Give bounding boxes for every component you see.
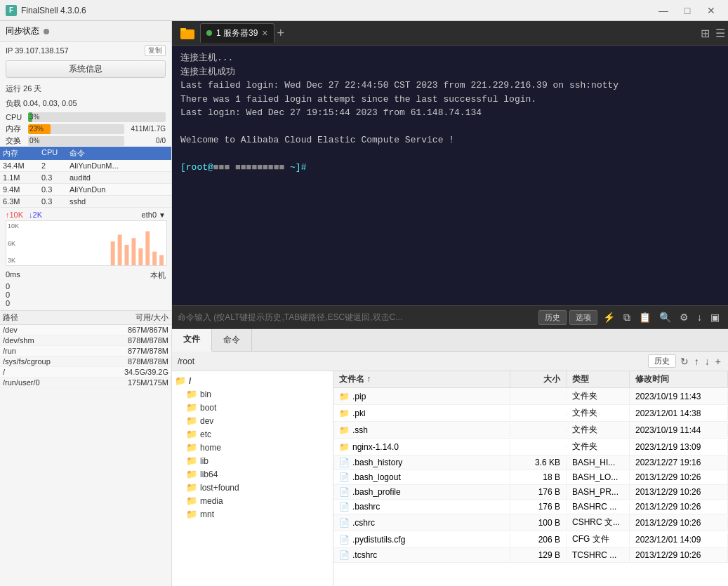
ping-header: 0ms 本机 (6, 270, 166, 281)
svg-rect-8 (180, 29, 194, 39)
search-icon[interactable]: 🔍 (656, 310, 674, 324)
mem-detail: 411M/1.7G (127, 125, 166, 133)
net-graph: 10K 6K 3K (6, 220, 167, 266)
tree-item-mnt[interactable]: 📁 mnt (172, 507, 333, 521)
folder-icon: 📁 (186, 455, 197, 466)
tree-item-home[interactable]: 📁 home (172, 441, 333, 454)
tree-item-dev[interactable]: 📁 dev (172, 414, 333, 427)
file-icon: 📄 (339, 458, 350, 467)
disk-row[interactable]: /dev 867M/867M (0, 325, 171, 335)
net-dropdown-icon[interactable]: ▼ (159, 211, 166, 219)
history-button[interactable]: 历史 (538, 310, 567, 325)
fb-file-list: 文件名 ↑ 大小 类型 修改时间 📁.pip 文件夹 2023/10/19 11… (333, 371, 728, 586)
tree-item-boot[interactable]: 📁 boot (172, 401, 333, 414)
terminal-line (180, 120, 720, 134)
ping-section: 0ms 本机 0 0 0 (0, 269, 171, 310)
file-row[interactable]: 📄.bash_history 3.6 KB BASH_HI... 2023/12… (333, 455, 728, 470)
close-button[interactable]: ✕ (700, 3, 722, 18)
download-icon[interactable]: ↓ (694, 310, 705, 324)
terminal-line: Welcome to Alibaba Cloud Elastic Compute… (180, 133, 720, 147)
swap-value: 0% (29, 137, 39, 145)
command-input[interactable] (178, 312, 536, 322)
ping-value: 0ms (6, 270, 20, 281)
tree-item-root[interactable]: 📁 / (172, 374, 333, 387)
maximize-button[interactable]: □ (676, 3, 699, 18)
add-tab-button[interactable]: + (277, 26, 285, 41)
fl-header-name[interactable]: 文件名 ↑ (333, 371, 510, 387)
swap-label: 交换 (6, 135, 25, 146)
sync-label: 同步状态 (6, 25, 39, 37)
disk-row[interactable]: /run 877M/878M (0, 346, 171, 357)
file-row[interactable]: 📄.pydistutils.cfg 206 B CFG 文件 2023/12/0… (333, 531, 728, 548)
tab-bar: 1 服务器39 × + ⊞ ☰ (172, 21, 728, 46)
tree-item-lib64[interactable]: 📁 lib64 (172, 467, 333, 481)
proc-cmd: AliYunDunM... (67, 160, 171, 171)
proc-row[interactable]: 1.1M 0.3 auditd (0, 172, 171, 184)
file-row[interactable]: 📄.bashrc 176 B BASHRC ... 2013/12/29 10:… (333, 500, 728, 514)
folder-icon: 📁 (339, 442, 350, 452)
terminal[interactable]: 连接主机... 连接主机成功 Last failed login: Wed De… (172, 46, 728, 305)
fb-download-icon[interactable]: ↓ (703, 354, 711, 368)
disk-header-avail: 可用/大小 (112, 312, 168, 323)
main-layout: 同步状态 IP 39.107.138.157 复制 系统信息 运行 26 天 负… (0, 21, 728, 586)
file-row[interactable]: 📁.pki 文件夹 2023/12/01 14:38 (333, 405, 728, 422)
fb-upload-icon[interactable]: ↑ (693, 354, 701, 368)
folder-icon: 📁 (339, 425, 350, 435)
svg-rect-1 (118, 234, 122, 265)
tree-item-lib[interactable]: 📁 lib (172, 454, 333, 467)
tree-item-media[interactable]: 📁 media (172, 494, 333, 507)
file-row[interactable]: 📁.pip 文件夹 2023/10/19 11:43 (333, 388, 728, 405)
proc-row[interactable]: 6.3M 0.3 sshd (0, 196, 171, 208)
proc-cpu: 0.3 (39, 184, 67, 195)
file-row[interactable]: 📄.tcshrc 129 B TCSHRC ... 2013/12/29 10:… (333, 548, 728, 563)
tree-item-etc[interactable]: 📁 etc (172, 427, 333, 441)
disk-row[interactable]: /dev/shm 878M/878M (0, 335, 171, 346)
folder-icon: 📁 (186, 482, 197, 493)
menu-icon[interactable]: ☰ (715, 27, 725, 40)
folder-icon[interactable] (175, 22, 200, 44)
terminal-line: There was 1 failed login attempt since t… (180, 93, 720, 107)
disk-row[interactable]: /sys/fs/cgroup 878M/878M (0, 357, 171, 367)
paste-icon[interactable]: 📋 (636, 310, 654, 324)
net-download: ↓2K (29, 211, 42, 219)
window-icon[interactable]: ▣ (708, 310, 722, 324)
tab-close-icon[interactable]: × (262, 27, 267, 39)
tree-item-bin[interactable]: 📁 bin (172, 387, 333, 401)
net-interface: eth0 ▼ (48, 211, 166, 219)
file-icon: 📄 (339, 487, 350, 497)
proc-mem: 9.4M (0, 184, 39, 195)
network-section: ↑10K ↓2K eth0 ▼ 10K 6K 3K (0, 208, 171, 269)
settings-icon[interactable]: ⚙ (677, 310, 691, 324)
mem-bar-container: 23% (28, 124, 124, 134)
lightning-icon[interactable]: ⚡ (600, 310, 618, 324)
net-header: ↑10K ↓2K eth0 ▼ (6, 211, 166, 219)
tab-files[interactable]: 文件 (172, 329, 212, 352)
sysinfo-button[interactable]: 系统信息 (6, 60, 166, 78)
file-row[interactable]: 📄.bash_logout 18 B BASH_LO... 2013/12/29… (333, 470, 728, 485)
disk-row[interactable]: /run/user/0 175M/175M (0, 378, 171, 388)
copy-icon[interactable]: ⧉ (621, 310, 633, 325)
swap-stat-row: 交换 0% 0/0 (0, 135, 171, 147)
tab-server39[interactable]: 1 服务器39 × (200, 23, 274, 43)
options-button[interactable]: 选项 (569, 310, 597, 325)
file-row[interactable]: 📁.ssh 文件夹 2023/10/19 11:44 (333, 422, 728, 439)
fb-refresh-icon[interactable]: ↻ (679, 354, 690, 368)
proc-mem: 34.4M (0, 160, 39, 171)
file-row[interactable]: 📄.bash_profile 176 B BASH_PR... 2013/12/… (333, 485, 728, 500)
titlebar: F FinalShell 4.3.0.6 — □ ✕ (0, 0, 728, 21)
proc-row[interactable]: 9.4M 0.3 AliYunDun (0, 184, 171, 196)
fb-history-button[interactable]: 历史 (648, 354, 676, 368)
proc-row[interactable]: 34.4M 2 AliYunDunM... (0, 160, 171, 172)
minimize-button[interactable]: — (652, 3, 675, 18)
grid-view-icon[interactable]: ⊞ (701, 27, 710, 40)
file-row[interactable]: 📁nginx-1.14.0 文件夹 2023/12/19 13:09 (333, 439, 728, 455)
tab-commands[interactable]: 命令 (212, 329, 252, 352)
terminal-line: Last login: Wed Dec 27 19:15:44 2023 fro… (180, 106, 720, 120)
fb-newfile-icon[interactable]: + (714, 354, 722, 368)
copy-ip-button[interactable]: 复制 (145, 45, 166, 56)
tree-item-lostfound[interactable]: 📁 lost+found (172, 481, 333, 494)
fl-header-size: 大小 (510, 371, 567, 387)
disk-row[interactable]: / 34.5G/39.2G (0, 367, 171, 378)
file-row[interactable]: 📄.cshrc 100 B CSHRC 文... 2013/12/29 10:2… (333, 514, 728, 531)
proc-header-cpu: CPU (39, 147, 67, 160)
